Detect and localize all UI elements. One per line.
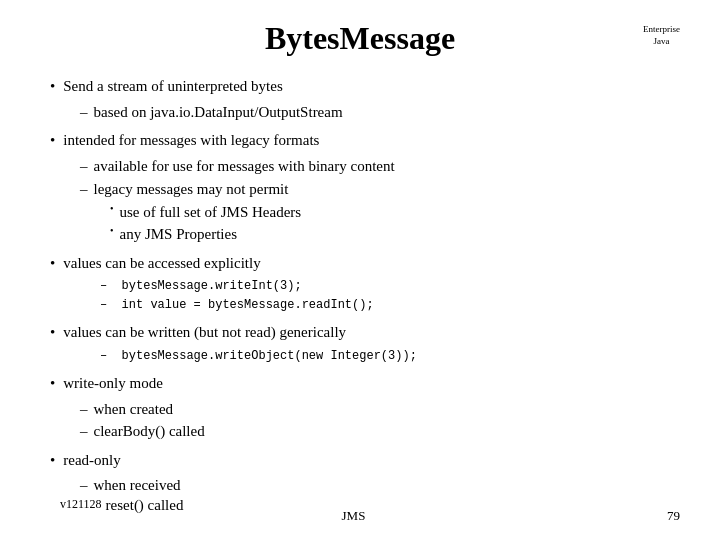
dash-icon: – (80, 101, 88, 124)
bullet-dot: • (50, 129, 55, 152)
sub-bullet: – when received (50, 474, 680, 497)
bullet-text: intended for messages with legacy format… (63, 129, 319, 152)
bullet-5: • write-only mode – when created – clear… (50, 372, 680, 443)
dash-icon: – (80, 420, 88, 443)
sub-bullet: – when created – clearBody() called (50, 398, 680, 443)
sub-text: clearBody() called (94, 420, 205, 443)
bullet-dot: • (50, 449, 55, 472)
bullet-dot: • (110, 201, 114, 216)
code-block: – bytesMessage.writeInt(3); – int value … (50, 277, 680, 315)
enterprise-label: Enterprise Java (643, 24, 680, 47)
bullet-dot: • (110, 223, 114, 238)
footer-page: 79 (667, 508, 680, 524)
sub-sub-text: use of full set of JMS Headers (120, 201, 302, 224)
dash-icon: – (80, 474, 88, 497)
bullet-3: • values can be accessed explicitly – by… (50, 252, 680, 316)
bullet-text: values can be accessed explicitly (63, 252, 260, 275)
bullet-1: • Send a stream of uninterpreted bytes –… (50, 75, 680, 123)
slide: BytesMessage Enterprise Java • Send a st… (0, 0, 720, 540)
bullet-4: • values can be written (but not read) g… (50, 321, 680, 366)
sub-text: when created (94, 398, 174, 421)
dash-icon: – (80, 155, 88, 178)
sub-sub-text: any JMS Properties (120, 223, 238, 246)
bullet-text: read-only (63, 449, 120, 472)
bullet-6: • read-only – when received v121128 rese… (50, 449, 680, 514)
bullet-text: Send a stream of uninterpreted bytes (63, 75, 283, 98)
footer-center: JMS (342, 508, 366, 524)
bullet-dot: • (50, 372, 55, 395)
code-line: – bytesMessage.writeInt(3); (100, 277, 680, 296)
dash-icon: – (80, 178, 88, 201)
code-block: – bytesMessage.writeObject(new Integer(3… (50, 347, 680, 366)
sub-text: based on java.io.DataInput/OutputStream (94, 101, 343, 124)
dash-icon: – (80, 398, 88, 421)
sub-sub-bullet: • use of full set of JMS Headers • any J… (80, 201, 680, 246)
sub-bullet: – based on java.io.DataInput/OutputStrea… (50, 101, 680, 124)
code-line: – bytesMessage.writeObject(new Integer(3… (100, 347, 680, 366)
bullet-dot: • (50, 252, 55, 275)
bullet-2: • intended for messages with legacy form… (50, 129, 680, 246)
sub-bullet: – available for use for messages with bi… (50, 155, 680, 246)
bullet-dot: • (50, 321, 55, 344)
bullet-dot: • (50, 75, 55, 98)
slide-footer: JMS 79 (0, 508, 720, 524)
sub-text: legacy messages may not permit (94, 178, 289, 201)
slide-header: BytesMessage Enterprise Java (40, 20, 680, 57)
sub-text: when received (94, 474, 181, 497)
slide-title: BytesMessage (265, 20, 455, 57)
slide-content: • Send a stream of uninterpreted bytes –… (40, 75, 680, 514)
code-line: – int value = bytesMessage.readInt(); (100, 296, 680, 315)
bullet-text: write-only mode (63, 372, 163, 395)
bullet-text: values can be written (but not read) gen… (63, 321, 346, 344)
sub-text: available for use for messages with bina… (94, 155, 395, 178)
